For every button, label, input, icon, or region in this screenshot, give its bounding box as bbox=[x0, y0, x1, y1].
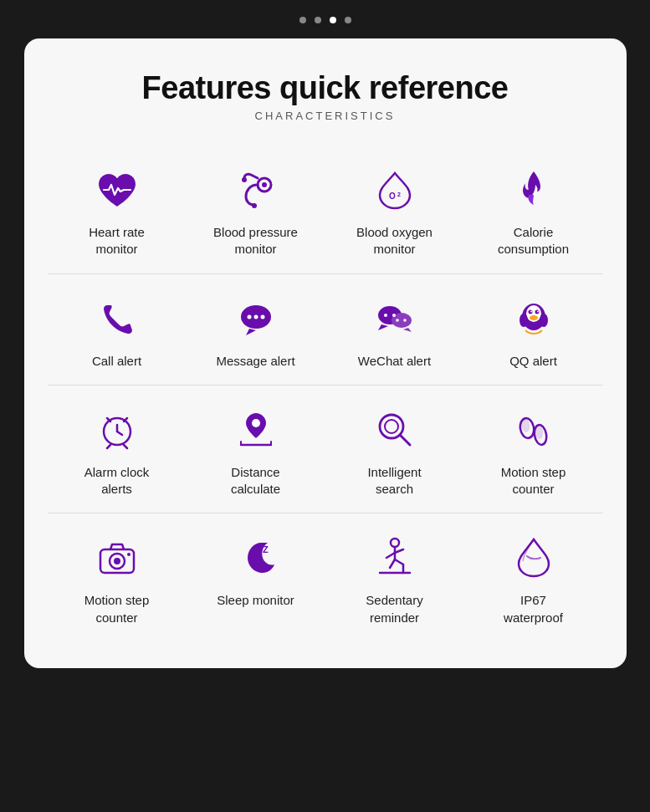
svg-point-14 bbox=[396, 319, 399, 322]
ip67-waterproof: IP67waterproof bbox=[471, 532, 596, 626]
svg-text:2: 2 bbox=[397, 192, 401, 197]
svg-point-12 bbox=[384, 314, 387, 317]
ip67-label: IP67waterproof bbox=[504, 592, 563, 626]
qq-label: QQ alert bbox=[509, 353, 557, 370]
qq-alert: QQ alert bbox=[471, 293, 596, 370]
message-label: Message alert bbox=[216, 353, 294, 370]
search-label: Intelligentsearch bbox=[367, 464, 421, 498]
search-icon bbox=[369, 404, 421, 456]
dot-4[interactable] bbox=[345, 17, 351, 23]
svg-point-44 bbox=[127, 553, 131, 556]
blood-oxygen-label: Blood oxygenmonitor bbox=[356, 224, 432, 258]
svg-line-27 bbox=[117, 432, 122, 435]
svg-point-35 bbox=[385, 420, 398, 433]
distance-icon bbox=[230, 404, 282, 456]
sedentary-reminder: Sedentaryreminder bbox=[332, 532, 458, 626]
svg-point-15 bbox=[403, 319, 407, 322]
svg-point-1 bbox=[262, 182, 267, 187]
svg-point-20 bbox=[530, 310, 532, 312]
svg-line-36 bbox=[400, 435, 410, 445]
svg-point-9 bbox=[260, 314, 264, 319]
qq-icon bbox=[508, 293, 560, 345]
features-card: Features quick reference CHARACTERISTICS… bbox=[24, 38, 627, 668]
svg-point-7 bbox=[247, 314, 251, 319]
pagination-dots bbox=[299, 17, 351, 23]
blood-pressure-monitor: Blood pressuremonitor bbox=[193, 164, 319, 258]
svg-point-2 bbox=[252, 203, 257, 208]
sleep-label: Sleep monitor bbox=[217, 592, 294, 609]
svg-text:Z: Z bbox=[263, 544, 269, 554]
card-subtitle: CHARACTERISTICS bbox=[48, 110, 603, 122]
card-title: Features quick reference bbox=[48, 70, 603, 106]
features-row-1: Heart ratemonitor Blood pressuremonitor bbox=[48, 146, 603, 274]
sleep-icon: Z Z bbox=[230, 532, 282, 584]
svg-point-23 bbox=[519, 314, 528, 327]
svg-text:Z: Z bbox=[258, 542, 262, 549]
calorie-label: Calorieconsumption bbox=[498, 224, 569, 258]
sedentary-label: Sedentaryreminder bbox=[366, 592, 422, 626]
svg-line-53 bbox=[390, 559, 395, 568]
features-row-3: Alarm clockalerts Distancecalculate bbox=[48, 386, 603, 514]
alarm-clock-icon bbox=[91, 404, 143, 456]
wechat-label: WeChat alert bbox=[358, 353, 431, 370]
dot-3[interactable] bbox=[330, 17, 336, 23]
blood-oxygen-monitor: O 2 Blood oxygenmonitor bbox=[332, 164, 458, 258]
sedentary-icon bbox=[369, 532, 421, 584]
waterproof-icon bbox=[508, 532, 560, 584]
svg-line-49 bbox=[386, 553, 395, 558]
svg-point-21 bbox=[537, 310, 539, 312]
distance-calculate: Distancecalculate bbox=[193, 404, 319, 498]
distance-label: Distancecalculate bbox=[231, 464, 280, 498]
svg-point-24 bbox=[540, 314, 548, 327]
message-alert: Message alert bbox=[193, 293, 319, 370]
features-row-2: Call alert Message alert bbox=[48, 274, 603, 386]
motion-step-counter: Motion stepcounter bbox=[471, 404, 596, 498]
camera-icon bbox=[91, 532, 143, 584]
svg-line-51 bbox=[395, 559, 403, 564]
calorie-consumption: Calorieconsumption bbox=[471, 164, 596, 258]
svg-text:O: O bbox=[389, 192, 396, 201]
message-icon bbox=[230, 293, 282, 345]
blood-pressure-icon bbox=[230, 164, 282, 216]
alarm-clock-label: Alarm clockalerts bbox=[84, 464, 150, 498]
wechat-alert: WeChat alert bbox=[332, 293, 458, 370]
features-row-4: Motion stepcounter Z Z Sleep monitor bbox=[48, 513, 603, 641]
alarm-clock-alerts: Alarm clockalerts bbox=[54, 404, 180, 498]
motion-step-counter-2-label: Motion stepcounter bbox=[84, 592, 150, 626]
call-label: Call alert bbox=[92, 353, 141, 370]
features-grid: Heart ratemonitor Blood pressuremonitor bbox=[48, 146, 603, 641]
heart-rate-icon bbox=[91, 164, 143, 216]
motion-step-counter-2: Motion stepcounter bbox=[54, 532, 180, 626]
intelligent-search: Intelligentsearch bbox=[332, 404, 458, 498]
svg-point-8 bbox=[253, 314, 258, 319]
call-icon bbox=[91, 293, 143, 345]
svg-point-30 bbox=[252, 419, 260, 427]
dot-2[interactable] bbox=[315, 17, 321, 23]
steps-label: Motion stepcounter bbox=[501, 464, 566, 498]
svg-point-22 bbox=[530, 315, 538, 320]
svg-point-47 bbox=[391, 539, 399, 547]
svg-point-13 bbox=[392, 314, 396, 317]
steps-icon bbox=[508, 404, 560, 456]
call-alert: Call alert bbox=[54, 293, 180, 370]
dot-1[interactable] bbox=[299, 17, 306, 23]
heart-rate-monitor: Heart ratemonitor bbox=[54, 164, 180, 258]
calorie-icon bbox=[508, 164, 560, 216]
blood-pressure-label: Blood pressuremonitor bbox=[213, 224, 298, 258]
heart-rate-label: Heart ratemonitor bbox=[89, 224, 145, 258]
svg-point-3 bbox=[242, 177, 247, 182]
svg-line-50 bbox=[395, 549, 403, 553]
sleep-monitor: Z Z Sleep monitor bbox=[193, 532, 319, 609]
blood-oxygen-icon: O 2 bbox=[369, 164, 421, 216]
svg-point-43 bbox=[114, 558, 120, 564]
wechat-icon bbox=[369, 293, 421, 345]
